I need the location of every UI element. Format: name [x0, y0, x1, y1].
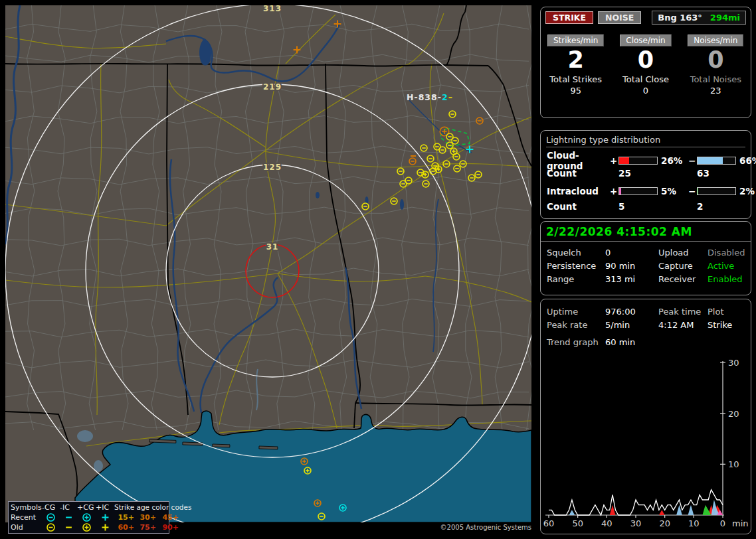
total-noises-label: Total Noises — [681, 74, 751, 84]
intracloud-count-row: Count 5 2 — [541, 199, 751, 214]
svg-text:125: 125 — [263, 163, 282, 172]
peak-rate-row: Peak rate 5/min 4:12 AM Strike — [541, 318, 751, 331]
peak-rate-value: 5/min — [605, 320, 658, 330]
range-value: 313 mi — [605, 274, 658, 284]
trend-graph-window: 60 min — [605, 337, 745, 347]
persistence-label: Persistence — [547, 261, 605, 271]
copyright-text: ©2005 Astrogenic Systems — [438, 524, 531, 531]
svg-text:20: 20 — [728, 409, 739, 419]
persistence-row: Persistence 90 min Capture Active — [541, 259, 751, 272]
range-row: Range 313 mi Receiver Enabled — [541, 272, 751, 285]
counters-panel: STRIKE NOISE Bng 163° 294mi Strikes/min … — [540, 7, 751, 118]
total-close-value: 0 — [611, 86, 680, 96]
ic-plus-count: 5 — [618, 201, 658, 212]
recent-pos-cg-icon — [77, 512, 96, 523]
age-30: 30+ — [136, 512, 158, 522]
intracloud-label: Intracloud — [547, 186, 610, 196]
lightning-map[interactable]: 31321912531H-838-2– — [5, 5, 531, 522]
svg-text:40: 40 — [601, 518, 613, 528]
minus-sign: − — [688, 155, 697, 166]
old-pos-cg-icon — [77, 522, 96, 533]
total-strikes-value: 95 — [541, 86, 611, 96]
legend-col-neg-ic: -IC — [60, 502, 77, 512]
upload-status: Disabled — [708, 248, 745, 258]
age-60: 60+ — [114, 522, 136, 532]
strikes-counter: Strikes/min 2 Total Strikes 95 — [541, 33, 611, 96]
storm-cell-label: H-838-2– — [407, 92, 453, 102]
total-noises-value: 23 — [681, 86, 751, 96]
peak-time-label: Peak time — [658, 307, 708, 317]
persistence-value: 90 min — [605, 261, 658, 271]
cg-minus-count: 63 — [697, 168, 736, 179]
cloud-ground-row: Cloud-ground + 26% − 66% — [541, 150, 751, 166]
close-counter: Close/min 0 Total Close 0 — [611, 33, 680, 96]
map-canvas[interactable]: 31321912531H-838-2– — [5, 5, 531, 522]
count-label: Count — [547, 168, 610, 179]
range-label: Range — [547, 274, 605, 284]
trend-graph-label: Trend graph — [547, 337, 605, 347]
distribution-title: Lightning type distribution — [546, 135, 745, 147]
svg-text:0: 0 — [720, 518, 725, 528]
trend-panel: Uptime 976:00 Peak time Plot Peak rate 5… — [540, 299, 751, 534]
svg-text:min: min — [732, 518, 749, 528]
close-per-min-chip[interactable]: Close/min — [620, 35, 671, 46]
peak-rate-label: Peak rate — [547, 320, 605, 330]
squelch-row: Squelch 0 Upload Disabled — [541, 246, 751, 259]
squelch-value: 0 — [605, 248, 658, 258]
noise-mode-button[interactable]: NOISE — [598, 11, 641, 24]
bearing-readout: Bng 163° 294mi — [652, 11, 746, 25]
total-strikes-label: Total Strikes — [541, 74, 611, 84]
uptime-value: 976:00 — [605, 307, 658, 317]
upload-label: Upload — [658, 248, 708, 258]
strike-mode-button[interactable]: STRIKE — [545, 11, 593, 24]
legend-symbols-header: Symbols — [11, 502, 42, 512]
minus-sign: − — [688, 186, 697, 196]
cg-plus-count: 25 — [618, 168, 658, 179]
bearing-distance: 294mi — [710, 13, 740, 23]
svg-text:219: 219 — [263, 82, 282, 92]
capture-status: Active — [708, 261, 745, 271]
cg-minus-bar — [697, 157, 736, 165]
capture-label: Capture — [658, 261, 708, 271]
ic-minus-bar — [697, 187, 736, 195]
age-45: 45+ — [158, 512, 181, 522]
cg-plus-pct: 26% — [658, 155, 688, 166]
close-rate: 0 — [611, 48, 680, 73]
bearing-label: Bng 163° — [658, 13, 702, 23]
age-90: 90+ — [158, 522, 181, 532]
legend-col-pos-ic: +IC — [96, 502, 114, 512]
noises-per-min-chip[interactable]: Noises/min — [688, 35, 743, 46]
ic-plus-pct: 5% — [658, 186, 688, 196]
svg-text:313: 313 — [263, 5, 282, 13]
receiver-label: Receiver — [658, 274, 708, 284]
uptime-label: Uptime — [547, 307, 605, 317]
ic-minus-pct: 2% — [736, 186, 755, 196]
status-panel: 2/22/2026 4:15:02 AM Squelch 0 Upload Di… — [540, 221, 751, 295]
strikes-rate: 2 — [541, 48, 611, 73]
receiver-status: Enabled — [708, 274, 745, 284]
svg-text:10: 10 — [728, 459, 739, 469]
legend-col-pos-cg: +CG — [77, 502, 96, 512]
noises-rate: 0 — [681, 48, 751, 73]
old-neg-ic-icon — [60, 522, 77, 533]
svg-text:31: 31 — [266, 242, 279, 252]
plus-sign: + — [610, 155, 618, 166]
legend-row-old-label: Old — [11, 522, 42, 532]
legend-age-header: Strike age color codes — [114, 502, 181, 512]
svg-text:30: 30 — [630, 518, 642, 528]
datetime-display: 2/22/2026 4:15:02 AM — [541, 222, 751, 242]
nexstorm-window: 31321912531H-838-2– Symbols -CG -IC +CG … — [0, 0, 756, 539]
noises-counter: Noises/min 0 Total Noises 23 — [681, 33, 751, 96]
recent-pos-ic-icon — [96, 512, 114, 523]
svg-text:50: 50 — [572, 518, 583, 528]
peak-time-value: 4:12 AM — [658, 320, 708, 330]
strikes-per-min-chip[interactable]: Strikes/min — [547, 35, 604, 46]
total-close-label: Total Close — [611, 74, 680, 84]
legend-col-neg-cg: -CG — [42, 502, 60, 512]
plus-sign: + — [610, 186, 618, 196]
recent-neg-ic-icon — [60, 512, 77, 523]
ic-plus-bar — [618, 187, 658, 195]
recent-neg-cg-icon — [42, 512, 60, 523]
cg-plus-bar — [618, 157, 658, 165]
legend-row-recent-label: Recent — [11, 512, 42, 522]
